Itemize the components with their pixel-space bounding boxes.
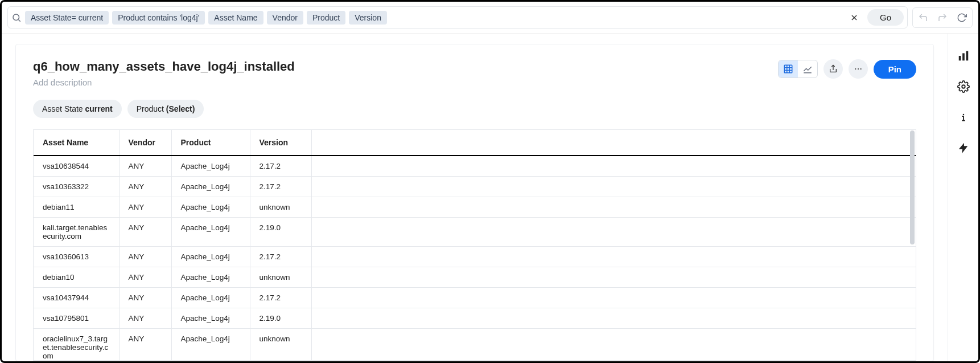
- cell-product: Apache_Log4j: [171, 308, 250, 329]
- col-header-vendor[interactable]: Vendor: [119, 130, 171, 156]
- pill-label: Product: [137, 104, 166, 113]
- cell-empty: [311, 197, 916, 218]
- table-view-button[interactable]: [779, 60, 798, 78]
- col-header-empty: [311, 130, 916, 156]
- svg-rect-14: [958, 56, 961, 60]
- undo-icon[interactable]: [917, 12, 929, 23]
- table-row[interactable]: debian10ANYApache_Log4junknown: [34, 267, 916, 288]
- table-row[interactable]: vsa10363322ANYApache_Log4j2.17.2: [34, 177, 916, 197]
- svg-rect-15: [962, 53, 965, 60]
- cell-version: 2.17.2: [250, 247, 311, 267]
- search-box[interactable]: Asset State= current Product contains 'l…: [7, 6, 908, 28]
- cell-asset-name: vsa10795801: [34, 308, 119, 329]
- svg-point-0: [13, 14, 19, 21]
- go-button[interactable]: Go: [867, 9, 904, 26]
- cell-vendor: ANY: [119, 156, 171, 177]
- col-header-version[interactable]: Version: [250, 130, 311, 156]
- svg-point-17: [962, 85, 965, 88]
- cell-vendor: ANY: [119, 308, 171, 329]
- cell-empty: [311, 177, 916, 197]
- table-row[interactable]: vsa10795801ANYApache_Log4j2.19.0: [34, 308, 916, 329]
- svg-rect-16: [966, 51, 968, 61]
- cell-vendor: ANY: [119, 177, 171, 197]
- cell-version: unknown: [250, 197, 311, 218]
- cell-version: 2.19.0: [250, 308, 311, 329]
- table-row[interactable]: vsa10360613ANYApache_Log4j2.17.2: [34, 247, 916, 267]
- filter-pill-product[interactable]: Product (Select): [127, 100, 204, 118]
- cell-version: 2.19.0: [250, 218, 311, 247]
- filter-chip[interactable]: Product contains 'log4j': [112, 11, 205, 25]
- col-header-asset-name[interactable]: Asset Name: [34, 130, 119, 156]
- results-table: Asset Name Vendor Product Version vsa106…: [34, 129, 916, 361]
- svg-point-11: [855, 68, 856, 70]
- header-actions: Pin: [778, 59, 916, 79]
- redo-icon[interactable]: [937, 12, 948, 23]
- svg-point-12: [858, 68, 859, 70]
- cell-empty: [311, 267, 916, 288]
- scrollbar-thumb[interactable]: [910, 130, 915, 244]
- cell-product: Apache_Log4j: [171, 329, 250, 361]
- cell-empty: [311, 218, 916, 247]
- svg-rect-18: [963, 116, 964, 120]
- table-row[interactable]: vsa10638544ANYApache_Log4j2.17.2: [34, 156, 916, 177]
- clear-search-button[interactable]: [848, 11, 860, 24]
- cell-version: 2.17.2: [250, 156, 311, 177]
- share-button[interactable]: [823, 59, 843, 79]
- column-chip[interactable]: Version: [349, 11, 387, 25]
- top-bar: Asset State= current Product contains 'l…: [2, 2, 978, 34]
- cell-version: 2.17.2: [250, 288, 311, 308]
- cell-vendor: ANY: [119, 288, 171, 308]
- cell-product: Apache_Log4j: [171, 288, 250, 308]
- cell-vendor: ANY: [119, 329, 171, 361]
- table-row[interactable]: kali.target.tenablesecurity.comANYApache…: [34, 218, 916, 247]
- cell-vendor: ANY: [119, 247, 171, 267]
- col-header-product[interactable]: Product: [171, 130, 250, 156]
- cell-asset-name: vsa10363322: [34, 177, 119, 197]
- cell-empty: [311, 247, 916, 267]
- gear-icon[interactable]: [956, 79, 971, 94]
- cell-product: Apache_Log4j: [171, 247, 250, 267]
- cell-empty: [311, 329, 916, 361]
- bolt-icon[interactable]: [956, 141, 971, 156]
- content-panel: q6_how_many_assets_have_log4j_installed …: [2, 34, 948, 361]
- page-subtitle[interactable]: Add description: [33, 78, 778, 87]
- table-row[interactable]: debian11ANYApache_Log4junknown: [34, 197, 916, 218]
- view-toggle: [778, 60, 818, 78]
- cell-asset-name: vsa10638544: [34, 156, 119, 177]
- filter-chip[interactable]: Asset State= current: [25, 11, 109, 25]
- column-chip[interactable]: Product: [307, 11, 345, 25]
- history-controls: [912, 7, 973, 28]
- results-table-wrapper: Asset Name Vendor Product Version vsa106…: [33, 129, 916, 361]
- cell-asset-name: kali.target.tenablesecurity.com: [34, 218, 119, 247]
- cell-product: Apache_Log4j: [171, 267, 250, 288]
- cell-asset-name: debian10: [34, 267, 119, 288]
- more-button[interactable]: [849, 59, 868, 79]
- pin-button[interactable]: Pin: [874, 60, 916, 79]
- cell-version: unknown: [250, 329, 311, 361]
- table-row[interactable]: vsa10437944ANYApache_Log4j2.17.2: [34, 288, 916, 308]
- chart-view-button[interactable]: [798, 60, 817, 78]
- pill-label: Asset State: [42, 104, 85, 113]
- table-row[interactable]: oraclelinux7_3.target.tenablesecurity.co…: [34, 329, 916, 361]
- page-title: q6_how_many_assets_have_log4j_installed: [33, 59, 778, 74]
- filter-pill-asset-state[interactable]: Asset State current: [33, 100, 122, 118]
- cell-product: Apache_Log4j: [171, 197, 250, 218]
- svg-line-1: [18, 19, 20, 21]
- cell-asset-name: vsa10437944: [34, 288, 119, 308]
- cell-empty: [311, 308, 916, 329]
- cell-empty: [311, 156, 916, 177]
- pill-value: current: [85, 104, 112, 113]
- cell-product: Apache_Log4j: [171, 177, 250, 197]
- cell-product: Apache_Log4j: [171, 156, 250, 177]
- refresh-icon[interactable]: [956, 12, 967, 23]
- cell-version: 2.17.2: [250, 177, 311, 197]
- cell-vendor: ANY: [119, 267, 171, 288]
- cell-asset-name: vsa10360613: [34, 247, 119, 267]
- column-chip[interactable]: Asset Name: [208, 11, 263, 25]
- cell-version: unknown: [250, 267, 311, 288]
- column-chip[interactable]: Vendor: [267, 11, 303, 25]
- info-icon[interactable]: [956, 110, 971, 125]
- insights-icon[interactable]: [956, 48, 971, 63]
- cell-vendor: ANY: [119, 218, 171, 247]
- cell-vendor: ANY: [119, 197, 171, 218]
